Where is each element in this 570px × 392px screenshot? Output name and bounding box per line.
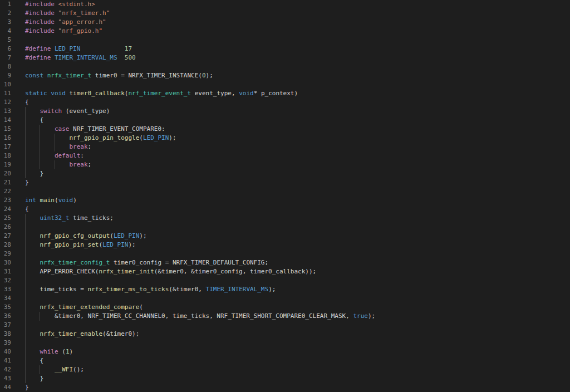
code-line[interactable]: 16 nrf_gpio_pin_toggle(LED_PIN); (0, 134, 570, 143)
indent-guide (55, 160, 55, 169)
code-text: case NRF_TIMER_EVENT_COMPARE0: (25, 125, 165, 134)
code-line[interactable]: 23int main(void) (0, 196, 570, 205)
code-token: } (25, 179, 29, 186)
code-line[interactable]: 25 uint32_t time_ticks; (0, 214, 570, 223)
indent-guide (25, 107, 26, 116)
code-line[interactable]: 32 (0, 276, 570, 285)
code-line[interactable]: 7#define TIMER_INTERVAL_MS 500 (0, 53, 570, 62)
code-line[interactable]: 42 __WFI(); (0, 365, 570, 374)
code-line[interactable]: 1#include <stdint.h> (0, 0, 570, 9)
code-token: true (353, 312, 368, 320)
code-token: (event_type) (62, 107, 110, 115)
code-line[interactable]: 34 (0, 294, 570, 303)
line-number: 34 (0, 294, 16, 303)
indent-guide (25, 169, 26, 178)
code-line[interactable]: 33 time_ticks = nrfx_timer_ms_to_ticks(&… (0, 285, 570, 294)
indent-guide (25, 125, 26, 134)
code-line[interactable]: 3#include "app_error.h" (0, 18, 570, 27)
code-token: #include (25, 18, 58, 26)
code-line[interactable]: 40 while (1) (0, 347, 570, 356)
code-token: case (55, 125, 70, 133)
code-token (117, 54, 125, 61)
code-token: #include (25, 9, 58, 17)
code-text: nrf_gpio_pin_set(LED_PIN); (25, 241, 136, 249)
code-line[interactable]: 5 (0, 36, 570, 45)
code-line[interactable]: 22 (0, 187, 570, 196)
code-line[interactable]: 12{ (0, 98, 570, 107)
code-line[interactable]: 14 { (0, 116, 570, 125)
line-number: 17 (0, 143, 16, 151)
code-token: ); (206, 72, 213, 79)
code-line[interactable]: 9const nrfx_timer_t timer0 = NRFX_TIMER_… (0, 71, 570, 80)
code-line[interactable]: 21} (0, 178, 570, 187)
line-number: 26 (0, 223, 16, 232)
code-line[interactable]: 31 APP_ERROR_CHECK(nrfx_timer_init(&time… (0, 267, 570, 276)
code-line[interactable]: 26 (0, 223, 570, 232)
code-line[interactable]: 36 &timer0, NRF_TIMER_CC_CHANNEL0, time_… (0, 312, 570, 321)
code-line[interactable]: 11static void timer0_callback(nrf_timer_… (0, 89, 570, 98)
code-line[interactable]: 39 (0, 339, 570, 347)
code-text: &timer0, NRF_TIMER_CC_CHANNEL0, time_tic… (25, 312, 375, 321)
line-number: 44 (0, 383, 16, 392)
code-line[interactable]: 37 (0, 321, 570, 330)
code-token: &timer0, NRF_TIMER_CC_CHANNEL0, time_tic… (25, 312, 353, 320)
indent-guide (25, 241, 26, 249)
line-number: 4 (0, 27, 16, 36)
code-text: { (25, 98, 29, 107)
code-line[interactable]: 38 nrfx_timer_enable(&timer0); (0, 330, 570, 339)
code-line[interactable]: 6#define LED_PIN 17 (0, 45, 570, 53)
indent-guide (25, 267, 26, 276)
code-line[interactable]: 20 } (0, 169, 570, 178)
code-line[interactable]: 17 break; (0, 143, 570, 151)
code-line[interactable]: 27 nrf_gpio_cfg_output(LED_PIN); (0, 232, 570, 241)
indent-guide (25, 143, 26, 151)
code-token (25, 259, 40, 266)
code-token: LED_PIN (114, 232, 139, 239)
line-number: 28 (0, 241, 16, 249)
code-token: ); (368, 312, 375, 320)
code-token: { (25, 116, 43, 124)
code-token: static void (25, 90, 69, 97)
code-line[interactable]: 18 default: (0, 151, 570, 160)
code-line[interactable]: 10 (0, 80, 570, 89)
indent-guide (55, 143, 55, 151)
code-token: nrfx_timer_t (47, 72, 91, 79)
code-token: nrfx_timer_ms_to_ticks (88, 286, 169, 293)
code-token: nrfx_timer_extended_compare (40, 303, 140, 311)
code-editor[interactable]: 1#include <stdint.h>2#include "nrfx_time… (0, 0, 570, 392)
code-token: ( (139, 134, 143, 141)
code-line[interactable]: 29 (0, 249, 570, 258)
code-line[interactable]: 19 break; (0, 160, 570, 169)
line-number: 38 (0, 330, 16, 339)
code-line[interactable]: 28 nrf_gpio_pin_set(LED_PIN); (0, 241, 570, 249)
code-line[interactable]: 24{ (0, 205, 570, 214)
indent-guide (25, 249, 26, 258)
code-text: { (25, 205, 29, 214)
code-token: while (40, 348, 58, 355)
code-line[interactable]: 15 case NRF_TIMER_EVENT_COMPARE0: (0, 125, 570, 134)
code-token (25, 330, 40, 337)
code-line[interactable]: 30 nrfx_timer_config_t timer0_config = N… (0, 258, 570, 267)
line-number: 24 (0, 205, 16, 214)
code-token: nrf_gpio_pin_toggle (69, 134, 139, 141)
line-number: 22 (0, 187, 16, 196)
code-text: default: (25, 151, 84, 160)
code-line[interactable]: 13 switch (event_type) (0, 107, 570, 116)
code-line[interactable]: 8 (0, 62, 570, 71)
code-token: ); (139, 232, 146, 239)
code-line[interactable]: 2#include "nrfx_timer.h" (0, 9, 570, 18)
code-text: nrfx_timer_enable(&timer0); (25, 330, 139, 339)
code-token: <stdint.h> (58, 1, 95, 8)
code-line[interactable]: 4#include "nrf_gpio.h" (0, 27, 570, 36)
indent-guide (40, 151, 40, 160)
code-line[interactable]: 44} (0, 383, 570, 392)
code-line[interactable]: 35 nrfx_timer_extended_compare( (0, 303, 570, 312)
code-token: switch (40, 107, 62, 115)
code-line[interactable]: 41 { (0, 356, 570, 365)
code-token: nrfx_timer_init (99, 268, 154, 275)
code-text: #include "nrf_gpio.h" (25, 27, 102, 36)
code-text: nrf_gpio_pin_toggle(LED_PIN); (25, 134, 176, 143)
code-token: #include (25, 1, 58, 8)
code-line[interactable]: 43 } (0, 374, 570, 383)
line-number: 6 (0, 45, 16, 53)
